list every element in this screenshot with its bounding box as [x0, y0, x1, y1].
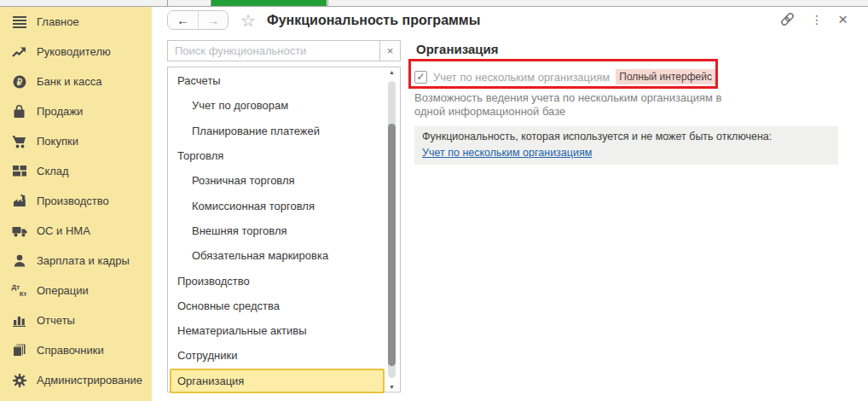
- sidebar-item-zarplata-i-kadry[interactable]: Зарплата и кадры: [0, 246, 152, 276]
- scroll-up-icon[interactable]: ▲: [386, 69, 397, 75]
- strip-separator: [167, 0, 168, 7]
- list-item[interactable]: Сотрудники: [170, 343, 385, 368]
- header-icons: ⋮ ×: [779, 11, 848, 27]
- scroll-down-icon[interactable]: ▼: [386, 384, 397, 390]
- list-item[interactable]: Внешняя торговля: [170, 218, 385, 243]
- back-button[interactable]: ←: [168, 11, 198, 29]
- sidebar-item-pokupki[interactable]: Покупки: [0, 126, 152, 156]
- info-box: Функциональность, которая используется и…: [414, 126, 838, 165]
- list-item[interactable]: Торговля: [170, 143, 385, 168]
- list-item[interactable]: Учет по договорам: [170, 93, 385, 118]
- sidebar-item-label: Продажи: [37, 105, 83, 118]
- sidebar-item-os-i-nma[interactable]: ОС и НМА: [0, 216, 152, 246]
- multi-org-checkbox[interactable]: ✓: [414, 71, 427, 84]
- svg-text:₽: ₽: [16, 77, 22, 86]
- menu-icon: [11, 15, 27, 29]
- search-input[interactable]: [168, 41, 379, 61]
- forward-button[interactable]: →: [198, 11, 228, 29]
- info-box-text: Функциональность, которая используется и…: [422, 131, 830, 142]
- person-icon: [11, 254, 27, 268]
- strip-separator: [327, 0, 328, 7]
- search-box: ×: [167, 40, 401, 61]
- link-icon[interactable]: [779, 12, 796, 26]
- sidebar-item-label: Отчеты: [37, 314, 75, 327]
- list-item[interactable]: Планирование платежей: [170, 119, 385, 143]
- gear-icon: [11, 374, 27, 387]
- clear-search-icon[interactable]: ×: [379, 41, 400, 61]
- close-icon[interactable]: ×: [838, 11, 848, 27]
- sidebar: Главное Руководителю ₽ Банк и касса Прод…: [0, 7, 152, 401]
- favorite-star-icon[interactable]: ☆: [240, 10, 256, 31]
- sidebar-item-label: Банк и касса: [37, 75, 102, 88]
- sidebar-item-prodazhi[interactable]: Продажи: [0, 96, 152, 126]
- sidebar-item-label: Покупки: [37, 135, 78, 148]
- truck-icon: [11, 224, 27, 238]
- sidebar-item-rukovoditelyu[interactable]: Руководителю: [0, 37, 152, 67]
- scrollbar-thumb[interactable]: [388, 124, 396, 366]
- dt-kt-icon: ДтКт: [11, 284, 27, 298]
- full-interface-badge: Полный интерфейс: [616, 69, 715, 84]
- list-item[interactable]: Нематериальные активы: [170, 318, 385, 343]
- cart-icon: [11, 135, 27, 148]
- list-item[interactable]: Обязательная маркировка: [170, 243, 385, 268]
- more-menu-icon[interactable]: ⋮: [811, 13, 823, 26]
- sidebar-item-label: Администрирование: [37, 374, 142, 386]
- bag-icon: [11, 105, 27, 119]
- sidebar-item-label: Операции: [37, 284, 89, 297]
- sidebar-item-otchety[interactable]: Отчеты: [0, 305, 152, 335]
- functionality-list: Расчеты Учет по договорам Планирование п…: [167, 67, 401, 392]
- multi-org-checkbox-label: Учет по нескольким организациям: [433, 71, 610, 84]
- feature-description: Возможность ведения учета по нескольким …: [414, 91, 754, 118]
- chart-icon: [11, 314, 27, 328]
- sidebar-item-operatsii[interactable]: ДтКт Операции: [0, 276, 152, 305]
- active-tab-indicator[interactable]: [211, 0, 327, 6]
- trend-icon: [11, 45, 27, 59]
- sidebar-item-label: Справочники: [37, 344, 104, 357]
- sidebar-item-label: Производство: [37, 195, 109, 207]
- sidebar-item-spravochniki[interactable]: Справочники: [0, 335, 152, 365]
- multi-org-link[interactable]: Учет по нескольким организациям: [422, 147, 592, 159]
- sidebar-item-glavnoe[interactable]: Главное: [0, 7, 152, 37]
- sidebar-item-label: Главное: [37, 15, 79, 28]
- list-item[interactable]: Комиссионная торговля: [170, 193, 385, 218]
- factory-icon: [11, 195, 27, 208]
- list-item-selected[interactable]: Организация: [170, 369, 385, 393]
- page-title: Функциональность программы: [267, 13, 480, 28]
- multi-org-checkbox-row: ✓ Учет по нескольким организациям Полный…: [414, 69, 715, 84]
- sidebar-item-label: Зарплата и кадры: [37, 254, 130, 267]
- sidebar-item-bank-i-kassa[interactable]: ₽ Банк и касса: [0, 67, 152, 96]
- sidebar-item-proizvodstvo[interactable]: Производство: [0, 186, 152, 216]
- sidebar-item-sklad[interactable]: Склад: [0, 156, 152, 186]
- sidebar-item-label: ОС и НМА: [37, 224, 90, 237]
- list-item[interactable]: Производство: [170, 268, 385, 293]
- sidebar-item-label: Руководителю: [37, 45, 111, 58]
- sidebar-item-administrirovanie[interactable]: Администрирование: [0, 365, 152, 395]
- sidebar-item-label: Склад: [37, 165, 69, 177]
- list-scrollbar: ▲ ▼: [386, 69, 397, 390]
- books-icon: [11, 344, 27, 357]
- ruble-icon: ₽: [11, 75, 27, 89]
- tab-strip: [0, 0, 868, 7]
- list-item[interactable]: Расчеты: [170, 68, 385, 93]
- history-nav: ← →: [167, 10, 229, 30]
- list-item[interactable]: Розничная торговля: [170, 168, 385, 193]
- section-heading: Организация: [416, 42, 499, 56]
- list-item[interactable]: Основные средства: [170, 293, 385, 318]
- grid-icon: [11, 165, 27, 178]
